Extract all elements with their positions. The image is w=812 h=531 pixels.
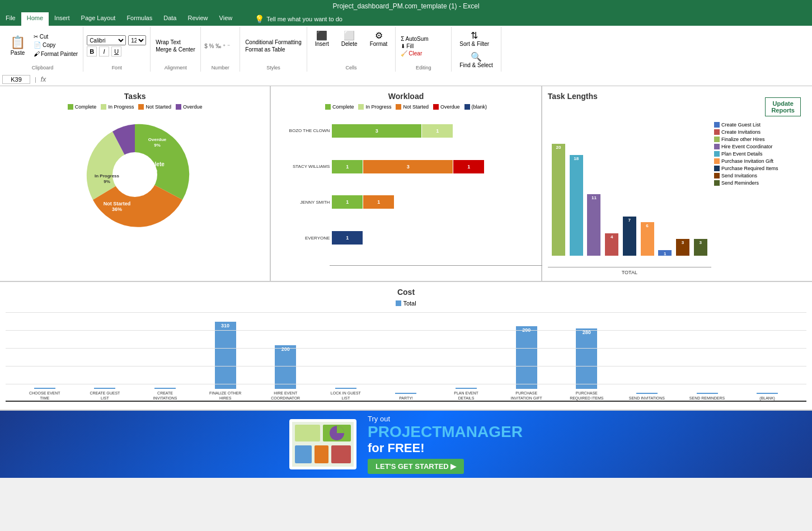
italic-button[interactable]: I bbox=[99, 46, 109, 57]
tell-me-box[interactable]: 💡 Tell me what you want to do bbox=[249, 12, 348, 26]
name-box[interactable] bbox=[2, 75, 30, 84]
tab-data[interactable]: Data bbox=[158, 12, 182, 26]
sort-find-group: ⇅ Sort & Filter 🔍 Find & Select bbox=[452, 27, 501, 72]
svg-text:9%: 9% bbox=[104, 179, 110, 184]
ribbon-tabs: File Home Insert Page Layout Formulas Da… bbox=[0, 12, 812, 26]
autosum-button[interactable]: ΣAutoSum bbox=[399, 35, 430, 43]
wl-bar-jenny-complete: 1 bbox=[332, 195, 363, 209]
wl-legend-in-progress: In Progress bbox=[358, 104, 391, 110]
banner-title1: PROJECT bbox=[368, 423, 442, 440]
wrap-text-button[interactable]: Wrap Text bbox=[154, 39, 182, 46]
insert-button[interactable]: ⬛ Insert bbox=[311, 28, 334, 49]
underline-button[interactable]: U bbox=[111, 46, 121, 57]
update-reports-button[interactable]: UpdateReports bbox=[765, 97, 801, 116]
styles-label: Styles bbox=[266, 64, 280, 71]
alignment-label: Alignment bbox=[165, 64, 187, 71]
merge-center-button[interactable]: Merge & Center bbox=[154, 46, 197, 53]
pie-chart: Complete 46% Not Started 36% In Progress… bbox=[79, 119, 191, 231]
cells-group: ⬛ Insert ⬜ Delete ⚙ Format Cells bbox=[307, 27, 396, 72]
tl-legend-7: Purchase Required Items bbox=[714, 166, 804, 171]
task-lengths-legend: Create Guest List Create Invitations Fin… bbox=[711, 116, 806, 275]
tl-legend-6: Purchase Invitation Gift bbox=[714, 158, 804, 164]
format-as-table-button[interactable]: Format as Table bbox=[243, 46, 287, 53]
svg-text:36%: 36% bbox=[112, 206, 122, 212]
font-name-select[interactable]: Calibri bbox=[87, 35, 126, 45]
ribbon-content: 📋 Paste ✂ Cut 📄 Copy 🖌 Format Painter Cl… bbox=[0, 26, 812, 73]
find-select-button[interactable]: 🔍 Find & Select bbox=[455, 49, 497, 71]
cost-bar-hire-event-coordinator: 200 HIRE EVENT COORDINATOR bbox=[257, 345, 313, 401]
font-label: Font bbox=[112, 64, 122, 71]
cost-bar-rect-2 bbox=[94, 388, 115, 389]
wl-color-blank bbox=[464, 104, 470, 110]
cells-content: ⬛ Insert ⬜ Delete ⚙ Format bbox=[311, 28, 392, 64]
tab-view[interactable]: View bbox=[214, 12, 238, 26]
clear-button[interactable]: 🧹 Clear bbox=[399, 50, 424, 57]
tl-lc-3 bbox=[714, 137, 720, 142]
workload-panel: Workload Complete In Progress Not Starte… bbox=[271, 86, 542, 281]
tl-bar-rect-9: 3 bbox=[694, 239, 707, 256]
cost-bar-blank: (BLANK) bbox=[739, 393, 795, 401]
number-label: Number bbox=[212, 64, 229, 71]
cost-bar-rect-10: 280 bbox=[576, 328, 597, 389]
cost-bar-purchase-required-items: 280 PURCHASE REQUIRED ITEMS bbox=[558, 328, 614, 401]
cost-bar-create-guest-list: CREATE GUEST LIST bbox=[77, 388, 133, 401]
font-size-select[interactable]: 12 bbox=[128, 35, 146, 45]
cost-bar-party: PARTY! bbox=[378, 393, 434, 401]
workload-title: Workload bbox=[388, 92, 424, 101]
fill-button[interactable]: ⬇Fill bbox=[399, 43, 415, 50]
paste-button[interactable]: 📋 Paste bbox=[6, 33, 30, 58]
tl-lc-5 bbox=[714, 151, 720, 157]
tab-insert[interactable]: Insert bbox=[49, 12, 76, 26]
workload-bars-jenny: 1 1 bbox=[332, 195, 529, 209]
workload-label-everyone: EVERYONE bbox=[282, 236, 330, 241]
banner: Try out PROJECTMANAGER for FREE! LET'S G… bbox=[0, 411, 812, 478]
wl-color-not-started bbox=[396, 104, 401, 110]
wl-bar-jenny-not-started: 1 bbox=[363, 195, 394, 209]
title-bar: Project_dashboard_PM.com_template (1) - … bbox=[0, 0, 812, 12]
formula-input[interactable] bbox=[48, 76, 810, 83]
wl-bar-stacy-complete: 1 bbox=[332, 160, 363, 173]
cost-legend: Total bbox=[6, 300, 806, 307]
font-group: Calibri 12 B I U Font bbox=[83, 27, 151, 72]
wl-legend-blank: (blank) bbox=[464, 104, 487, 110]
tab-home[interactable]: Home bbox=[21, 12, 49, 26]
task-lengths-chart-area: 20 18 11 4 7 bbox=[548, 116, 711, 275]
banner-cta-button[interactable]: LET'S GET STARTED ▶ bbox=[368, 459, 464, 474]
legend-color-complete bbox=[68, 104, 73, 110]
clipboard-label: Clipboard bbox=[32, 64, 54, 71]
tl-bar-5: 7 bbox=[621, 217, 637, 256]
bold-button[interactable]: B bbox=[87, 46, 97, 57]
tab-page-layout[interactable]: Page Layout bbox=[76, 12, 121, 26]
svg-rect-10 bbox=[295, 425, 320, 441]
wl-bar-everyone-blank: 1 bbox=[332, 231, 363, 245]
tl-bar-1: 20 bbox=[551, 144, 567, 256]
cost-title: Cost bbox=[6, 288, 806, 297]
tab-formulas[interactable]: Formulas bbox=[121, 12, 158, 26]
svg-text:Overdue: Overdue bbox=[148, 137, 167, 142]
tl-lc-1 bbox=[714, 122, 720, 128]
legend-color-overdue bbox=[176, 104, 181, 110]
editing-group: ΣAutoSum ⬇Fill 🧹 Clear Editing bbox=[396, 27, 452, 72]
tl-legend-5: Plan Event Details bbox=[714, 151, 804, 157]
cost-bar-rect-12 bbox=[697, 393, 718, 394]
sort-filter-button[interactable]: ⇅ Sort & Filter bbox=[455, 28, 494, 49]
legend-overdue: Overdue bbox=[176, 104, 203, 110]
font-content: Calibri 12 B I U bbox=[87, 28, 147, 64]
delete-button[interactable]: ⬜ Delete bbox=[337, 28, 362, 49]
dashboard: Tasks Complete In Progress Not Started O… bbox=[0, 86, 812, 478]
cost-bar-rect-8 bbox=[456, 388, 477, 389]
cost-bar-lock-in-guest-list: LOCK IN GUEST LIST bbox=[318, 388, 374, 401]
conditional-formatting-button[interactable]: Conditional Formatting bbox=[243, 39, 303, 46]
svg-text:In Progress: In Progress bbox=[95, 173, 120, 178]
tl-bar-rect-7: 1 bbox=[658, 250, 672, 256]
tl-legend-8: Send Invitations bbox=[714, 173, 804, 178]
format-button[interactable]: ⚙ Format bbox=[365, 28, 392, 49]
tl-lc-7 bbox=[714, 166, 720, 171]
copy-button[interactable]: 📄 Copy bbox=[32, 41, 79, 49]
tab-file[interactable]: File bbox=[0, 12, 21, 26]
cost-bar-finalize-other-hires: 310 FINALIZE OTHER HIRES bbox=[198, 322, 254, 401]
banner-try-out: Try out bbox=[368, 415, 523, 423]
format-painter-button[interactable]: 🖌 Format Painter bbox=[32, 50, 79, 58]
cut-button[interactable]: ✂ Cut bbox=[32, 33, 79, 40]
tab-review[interactable]: Review bbox=[182, 12, 213, 26]
